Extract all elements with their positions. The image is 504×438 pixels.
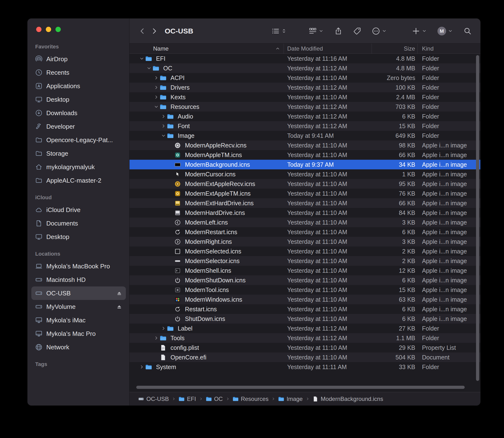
sidebar-item-icloud-drive[interactable]: iCloud Drive — [31, 203, 126, 217]
file-date-modified: Yesterday at 11:10 AM — [284, 315, 372, 322]
path-item-oc-usb[interactable]: OC-USB — [138, 396, 169, 402]
sidebar-item-applications[interactable]: Applications — [31, 79, 126, 93]
eject-icon[interactable] — [116, 304, 123, 310]
file-row-modernshell-icns[interactable]: ModernShell.icnsYesterday at 11:10 AM12 … — [129, 266, 480, 275]
path-item-modernbackground-icns[interactable]: ModernBackground.icns — [312, 396, 383, 402]
file-row-image[interactable]: ImageToday at 9:41 AM649 KBFolder — [129, 131, 480, 141]
file-name-cell: Resources — [129, 103, 284, 110]
column-header-kind[interactable]: Kind — [418, 44, 480, 54]
file-row-modernselector-icns[interactable]: ModernSelector.icnsYesterday at 11:10 AM… — [129, 256, 480, 266]
file-row-modernextharddrive-icns[interactable]: ModernExtHardDrive.icnsYesterday at 11:1… — [129, 198, 480, 208]
disclosure-collapsed-icon[interactable] — [138, 364, 145, 370]
file-row-modernselected-icns[interactable]: ModernSelected.icnsYesterday at 11:10 AM… — [129, 246, 480, 256]
sidebar-item-myvolume[interactable]: MyVolume — [31, 300, 126, 313]
column-header-size[interactable]: Size — [372, 44, 418, 54]
file-row-modernright-icns[interactable]: ModernRight.icnsYesterday at 11:10 AM3 K… — [129, 237, 480, 246]
file-row-modernleft-icns[interactable]: ModernLeft.icnsYesterday at 11:10 AM3 KB… — [129, 218, 480, 227]
sidebar-item-recents[interactable]: Recents — [31, 66, 126, 79]
search-button[interactable] — [463, 27, 472, 35]
column-header-name[interactable]: Name — [129, 44, 284, 54]
file-row-modernshutdown-icns[interactable]: ModernShutDown.icnsYesterday at 11:10 AM… — [129, 275, 480, 285]
sidebar-item-desktop[interactable]: Desktop — [31, 93, 126, 106]
sidebar-item-opencore-legacy-pat[interactable]: Opencore-Legacy-Pat... — [31, 133, 126, 147]
disclosure-collapsed-icon[interactable] — [160, 325, 167, 331]
sidebar-item-mykola-s-imac[interactable]: Mykola’s iMac — [31, 313, 126, 327]
file-row-restart-icns[interactable]: Restart.icnsYesterday at 11:10 AM6 KBApp… — [129, 304, 480, 314]
file-row-modernappletm-icns[interactable]: ModernAppleTM.icnsYesterday at 11:10 AM6… — [129, 150, 480, 160]
file-row-tools[interactable]: ToolsYesterday at 11:12 AM1.1 MBFolder — [129, 333, 480, 343]
file-row-shutdown-icns[interactable]: ShutDown.icnsYesterday at 11:10 AM6 KBAp… — [129, 314, 480, 324]
file-row-drivers[interactable]: DriversYesterday at 11:12 AM100 KBFolder — [129, 83, 480, 92]
file-row-config-plist[interactable]: config.plistYesterday at 11:10 AM29 KBPr… — [129, 343, 480, 352]
path-item-efi[interactable]: EFI — [179, 396, 196, 402]
sidebar-item-mykola-s-mac-pro[interactable]: Mykola’s Mac Pro — [31, 327, 126, 340]
sidebar-item-oc-usb[interactable]: OC-USB — [31, 286, 126, 300]
vertical-scrollbar[interactable] — [476, 55, 479, 381]
disclosure-expanded-icon[interactable] — [160, 132, 167, 139]
icns-selected-icon — [174, 248, 182, 255]
disclosure-collapsed-icon[interactable] — [153, 84, 160, 91]
file-row-efi[interactable]: EFIYesterday at 11:16 AM4.8 MBFolder — [129, 54, 480, 63]
path-item-resources[interactable]: Resources — [233, 396, 269, 402]
disclosure-collapsed-icon[interactable] — [160, 123, 167, 129]
minimize-window-button[interactable] — [46, 27, 51, 32]
sidebar-item-airdrop[interactable]: AirDrop — [31, 52, 126, 66]
group-by-button[interactable] — [309, 27, 324, 35]
account-button[interactable]: M — [437, 27, 453, 35]
file-row-font[interactable]: FontYesterday at 11:12 AM15 KBFolder — [129, 121, 480, 131]
file-row-label[interactable]: LabelYesterday at 11:12 AM27 KBFolder — [129, 324, 480, 333]
path-item-image[interactable]: Image — [278, 396, 303, 402]
disclosure-collapsed-icon[interactable] — [153, 94, 160, 100]
sidebar-item-mykolagrymalyuk[interactable]: mykolagrymalyuk — [31, 160, 126, 174]
close-window-button[interactable] — [36, 27, 42, 32]
sidebar-item-network[interactable]: Network — [31, 340, 126, 354]
file-row-modernwindows-icns[interactable]: ModernWindows.icnsYesterday at 11:10 AM6… — [129, 295, 480, 304]
sidebar-item-downloads[interactable]: Downloads — [31, 106, 126, 120]
view-options-button[interactable] — [272, 27, 286, 35]
sidebar-item-mykola-s-macbook-pro[interactable]: Mykola’s MacBook Pro — [31, 260, 126, 273]
tags-button[interactable] — [353, 27, 361, 35]
sidebar-item-storage[interactable]: Storage — [31, 147, 126, 160]
file-row-modernextapplerecv-icns[interactable]: ModernExtAppleRecv.icnsYesterday at 11:1… — [129, 179, 480, 189]
disclosure-collapsed-icon[interactable] — [153, 335, 160, 341]
disclosure-expanded-icon[interactable] — [138, 55, 145, 62]
sidebar-item-label: Mykola’s MacBook Pro — [46, 263, 110, 270]
file-row-resources[interactable]: ResourcesYesterday at 11:12 AM703 KBFold… — [129, 102, 480, 111]
file-row-system[interactable]: SystemYesterday at 11:11 AM33 KBFolder — [129, 362, 480, 372]
back-button[interactable] — [136, 24, 148, 38]
file-row-audio[interactable]: AudioYesterday at 11:12 AM6 KBFolder — [129, 111, 480, 121]
disclosure-expanded-icon[interactable] — [145, 65, 153, 71]
disclosure-collapsed-icon[interactable] — [153, 75, 160, 81]
file-row-acpi[interactable]: ACPIYesterday at 11:10 AMZero bytesFolde… — [129, 73, 480, 83]
file-row-opencore-efi[interactable]: OpenCore.efiYesterday at 11:10 AM504 KBD… — [129, 352, 480, 362]
sidebar-item-documents[interactable]: Documents — [31, 217, 126, 230]
share-button[interactable] — [334, 27, 343, 35]
eject-icon[interactable] — [116, 290, 123, 296]
new-item-button[interactable] — [412, 27, 427, 35]
disclosure-expanded-icon[interactable] — [153, 104, 160, 110]
file-row-moderntool-icns[interactable]: ModernTool.icnsYesterday at 11:10 AM15 K… — [129, 285, 480, 295]
file-row-oc[interactable]: OCYesterday at 11:12 AM4.8 MBFolder — [129, 63, 480, 73]
file-row-moderncursor-icns[interactable]: ModernCursor.icnsYesterday at 11:10 AM1 … — [129, 169, 480, 179]
more-actions-button[interactable] — [372, 27, 387, 35]
horizontal-scrollbar[interactable] — [136, 386, 465, 389]
sidebar-item-applealc-master-2[interactable]: AppleALC-master-2 — [31, 174, 126, 187]
file-name: ModernShell.icns — [185, 267, 231, 274]
sidebar-item-macintosh-hd[interactable]: Macintosh HD — [31, 273, 126, 286]
path-item-oc[interactable]: OC — [206, 396, 223, 402]
file-row-modernapplerecv-icns[interactable]: ModernAppleRecv.icnsYesterday at 11:10 A… — [129, 141, 480, 150]
file-row-modernrestart-icns[interactable]: ModernRestart.icnsYesterday at 11:10 AM6… — [129, 227, 480, 237]
file-row-modernharddrive-icns[interactable]: ModernHardDrive.icnsYesterday at 11:10 A… — [129, 208, 480, 218]
file-date-modified: Yesterday at 11:10 AM — [284, 142, 372, 149]
file-name-cell: ModernExtAppleRecv.icns — [129, 180, 284, 187]
file-row-modernbackground-icns[interactable]: ModernBackground.icnsToday at 9:37 AM34 … — [129, 160, 480, 169]
sidebar-item-developer[interactable]: Developer — [31, 120, 126, 133]
file-row-modernextappletm-icns[interactable]: ModernExtAppleTM.icnsYesterday at 11:10 … — [129, 189, 480, 198]
column-header-date-modified[interactable]: Date Modified — [284, 44, 372, 54]
disclosure-collapsed-icon[interactable] — [160, 113, 167, 120]
zoom-window-button[interactable] — [56, 27, 61, 32]
display-icon — [35, 330, 42, 337]
file-row-kexts[interactable]: KextsYesterday at 11:10 AM2.4 MBFolder — [129, 92, 480, 102]
forward-button[interactable] — [148, 24, 160, 38]
sidebar-item-desktop[interactable]: Desktop — [31, 230, 126, 244]
